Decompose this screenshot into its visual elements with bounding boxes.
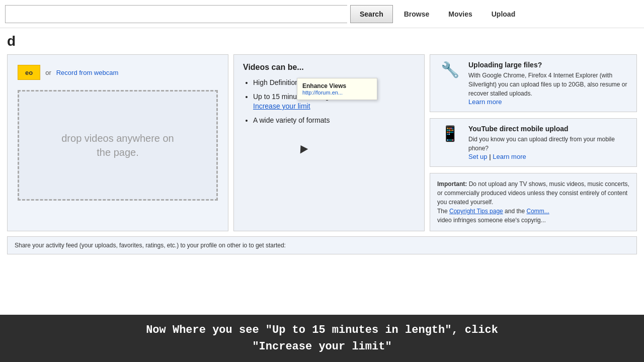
or-separator: or [45,69,51,76]
tip-mobile-content: YouTube direct mobile upload Did you kno… [468,125,629,160]
important-and: and the [505,208,526,215]
tip-mobile-learn-link[interactable]: Learn more [493,153,526,160]
search-input-wrap [5,5,347,23]
left-panel: eo or Record from webcam drop videos any… [7,54,228,231]
bottom-bar: Share your activity feed (your uploads, … [7,236,637,254]
annotation-line2: "Increase your limit" [10,338,634,355]
tip-large-files-link[interactable]: Learn more [468,98,502,106]
tools-icon: 🔧 [437,61,462,78]
important-box: Important: Do not upload any TV shows, m… [430,173,637,231]
tip-mobile-title: YouTube direct mobile upload [468,125,629,133]
tip-mobile-upload: 📱 YouTube direct mobile upload Did you k… [430,118,637,167]
movies-link[interactable]: Movies [440,6,480,22]
tooltip-overlay: Enhance Views http://forum.en... [297,78,377,100]
upload-video-button[interactable]: eo [18,65,40,80]
important-label: Important: [437,180,467,188]
upload-buttons: eo or Record from webcam [18,65,218,80]
bullet-formats: A wide variety of formats [253,116,415,126]
drop-zone[interactable]: drop videos anywhere on the page. [18,90,218,201]
tip-large-files-body: With Google Chrome, Firefox 4 Internet E… [468,71,629,98]
top-nav: Search Browse Movies Upload [0,0,644,28]
drop-zone-text: drop videos anywhere on the page. [61,131,174,159]
tip-mobile-setup-link[interactable]: Set up [468,153,488,160]
annotation-line1: Now Where you see "Up to 15 minutes in l… [10,322,634,338]
important-footer: video infringes someone else's copyrig..… [437,217,546,224]
search-button[interactable]: Search [350,5,393,23]
tip-large-files-content: Uploading large files? With Google Chrom… [468,61,629,106]
increase-limit-link[interactable]: Increase your limit [253,102,310,110]
tooltip-url: http://forum.en... [302,89,372,96]
tip-large-files-title: Uploading large files? [468,61,629,69]
middle-heading: Videos can be... [243,63,415,72]
main-layout: eo or Record from webcam drop videos any… [0,49,644,236]
tip-mobile-body: Did you know you can upload directly fro… [468,135,629,153]
annotation-banner: Now Where you see "Up to 15 minutes in l… [0,315,644,362]
mobile-icon: 📱 [437,125,462,142]
comm-link[interactable]: Comm... [526,208,549,215]
upload-link[interactable]: Upload [484,6,523,22]
search-input[interactable] [5,5,347,23]
tooltip-title: Enhance Views [302,82,372,89]
copyright-tips-link[interactable]: Copyright Tips page [449,208,503,215]
right-panel: 🔧 Uploading large files? With Google Chr… [430,54,637,231]
important-extra: The [437,208,449,215]
browse-link[interactable]: Browse [396,6,438,22]
webcam-link[interactable]: Record from webcam [56,69,119,76]
page-title: d [0,28,644,49]
tip-large-files: 🔧 Uploading large files? With Google Chr… [430,54,637,112]
